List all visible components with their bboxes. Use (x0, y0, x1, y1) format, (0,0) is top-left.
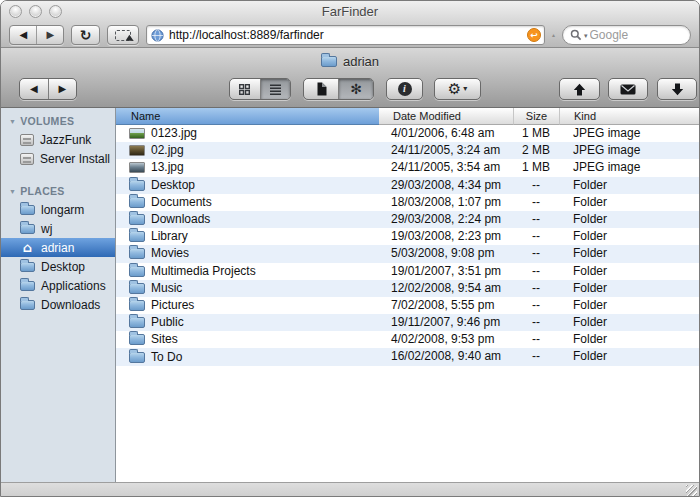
minimize-window-icon[interactable] (29, 5, 42, 18)
flower-icon: ✻ (350, 82, 362, 96)
sidebar-item-label: Applications (41, 279, 106, 293)
file-size: -- (513, 211, 559, 228)
field-divider-caret-icon: ▴ (552, 32, 555, 38)
column-header-name[interactable]: Name (116, 108, 379, 125)
special-action-button[interactable]: ✻ (338, 79, 373, 99)
file-kind: Folder (559, 280, 699, 297)
new-document-button[interactable] (304, 79, 338, 99)
table-row[interactable]: Pictures 7/02/2008, 5:55 pm -- Folder (116, 297, 699, 314)
finder-header: adrian ◀ ▶ (1, 48, 699, 108)
sidebar-item-adrian[interactable]: ⌂ adrian (1, 238, 115, 257)
sidebar-item-wj[interactable]: wj (1, 219, 115, 238)
farfinder-window: FarFinder ◀ ▶ ↻ ↩ ▴ (0, 0, 700, 497)
finder-history-nav: ◀ ▶ (19, 78, 77, 100)
file-kind: Folder (559, 194, 699, 211)
file-date-modified: 19/11/2007, 9:46 pm (379, 314, 513, 331)
sidebar-section-volumes: ▼ VOLUMES (1, 113, 115, 130)
table-body: 0123.jpg 4/01/2006, 6:48 am 1 MB JPEG im… (116, 125, 699, 366)
sidebar-item-longarm[interactable]: longarm (1, 200, 115, 219)
close-window-icon[interactable] (9, 5, 22, 18)
file-date-modified: 5/03/2008, 9:08 pm (379, 245, 513, 262)
file-name: To Do (151, 349, 182, 366)
folder-icon (129, 214, 145, 225)
table-row[interactable]: Multimedia Projects 19/01/2007, 3:51 pm … (116, 263, 699, 280)
table-row[interactable]: Library 19/03/2008, 2:23 pm -- Folder (116, 228, 699, 245)
column-header-kind[interactable]: Kind (559, 108, 699, 125)
back-button[interactable]: ◀ (10, 26, 36, 44)
resize-grip[interactable] (686, 485, 697, 496)
get-info-button[interactable]: i (386, 78, 423, 100)
file-kind: Folder (559, 211, 699, 228)
folder-icon (129, 300, 145, 311)
table-row[interactable]: 13.jpg 24/11/2005, 3:54 am 1 MB JPEG ima… (116, 159, 699, 176)
sidebar-item-label: Desktop (41, 260, 85, 274)
table-row[interactable]: Movies 5/03/2008, 9:08 pm -- Folder (116, 245, 699, 262)
file-kind: Folder (559, 297, 699, 314)
sidebar-item-label: wj (41, 222, 52, 236)
main-area: ▼ VOLUMES JazzFunk Server Install ▼ PLAC… (1, 108, 699, 482)
url-input[interactable] (169, 28, 522, 42)
file-name: Public (151, 314, 184, 331)
action-menu-button[interactable]: ⚙ ▾ (434, 78, 481, 100)
sidebar-item-downloads[interactable]: Downloads (1, 295, 115, 314)
table-row[interactable]: Downloads 29/03/2008, 2:24 pm -- Folder (116, 211, 699, 228)
webclip-button[interactable] (107, 25, 139, 45)
snapback-icon[interactable]: ↩ (527, 28, 541, 42)
new-document-group: ✻ (303, 78, 374, 100)
file-date-modified: 4/01/2006, 6:48 am (379, 125, 513, 142)
folder-icon (129, 248, 145, 259)
disclosure-triangle-icon[interactable]: ▼ (9, 118, 16, 125)
upload-button[interactable] (559, 78, 600, 100)
finder-forward-button[interactable]: ▶ (48, 79, 77, 99)
file-date-modified: 29/03/2008, 2:24 pm (379, 211, 513, 228)
sidebar-item-desktop[interactable]: Desktop (1, 257, 115, 276)
table-row[interactable]: 0123.jpg 4/01/2006, 6:48 am 1 MB JPEG im… (116, 125, 699, 142)
column-header-date-modified[interactable]: Date Modified (379, 108, 513, 125)
sidebar-item-applications[interactable]: Applications (1, 276, 115, 295)
icon-view-button[interactable] (230, 79, 260, 99)
download-button[interactable] (657, 78, 697, 100)
list-view-button[interactable] (260, 79, 291, 99)
forward-icon: ▶ (46, 30, 54, 40)
sidebar-item-jazzfunk[interactable]: JazzFunk (1, 130, 115, 149)
file-size: -- (513, 314, 559, 331)
folder-icon (129, 317, 145, 328)
table-row[interactable]: Sites 4/02/2008, 9:53 pm -- Folder (116, 331, 699, 348)
table-row[interactable]: Documents 18/03/2008, 1:07 pm -- Folder (116, 194, 699, 211)
file-size: -- (513, 280, 559, 297)
disclosure-triangle-icon[interactable]: ▼ (9, 188, 16, 195)
table-row[interactable]: 02.jpg 24/11/2005, 3:24 am 2 MB JPEG ima… (116, 142, 699, 159)
status-bar (1, 482, 699, 497)
table-row[interactable]: To Do 16/02/2008, 9:40 am -- Folder (116, 348, 699, 365)
file-size: 2 MB (513, 142, 559, 159)
email-button[interactable] (608, 78, 648, 100)
file-name: 02.jpg (151, 142, 184, 159)
chevron-down-icon: ▾ (463, 85, 467, 93)
folder-icon (321, 56, 337, 67)
file-size: -- (513, 331, 559, 348)
search-input[interactable] (590, 28, 684, 42)
column-header-size[interactable]: Size (513, 108, 559, 125)
jpeg-thumbnail-icon (129, 162, 145, 173)
file-date-modified: 19/03/2008, 2:23 pm (379, 228, 513, 245)
zoom-window-icon[interactable] (49, 5, 62, 18)
home-icon: ⌂ (20, 241, 35, 254)
folder-icon (20, 205, 35, 215)
file-name: 0123.jpg (151, 125, 197, 142)
file-name: 13.jpg (151, 159, 184, 176)
search-field[interactable]: ▾ (562, 25, 691, 45)
section-label: VOLUMES (20, 113, 74, 130)
folder-icon (129, 283, 145, 294)
top-chrome: FarFinder ◀ ▶ ↻ ↩ ▴ (1, 1, 699, 48)
sidebar-item-label: adrian (41, 241, 74, 255)
sidebar-item-server-install[interactable]: Server Install (1, 149, 115, 168)
table-row[interactable]: Desktop 29/03/2008, 4:34 pm -- Folder (116, 177, 699, 194)
table-row[interactable]: Public 19/11/2007, 9:46 pm -- Folder (116, 314, 699, 331)
search-icon (570, 29, 582, 41)
forward-button[interactable]: ▶ (36, 26, 63, 44)
title-bar[interactable]: FarFinder (1, 1, 699, 23)
table-row[interactable]: Music 12/02/2008, 9:54 am -- Folder (116, 280, 699, 297)
reload-button[interactable]: ↻ (71, 25, 100, 45)
finder-back-button[interactable]: ◀ (20, 79, 48, 99)
address-bar[interactable]: ↩ (146, 25, 545, 45)
